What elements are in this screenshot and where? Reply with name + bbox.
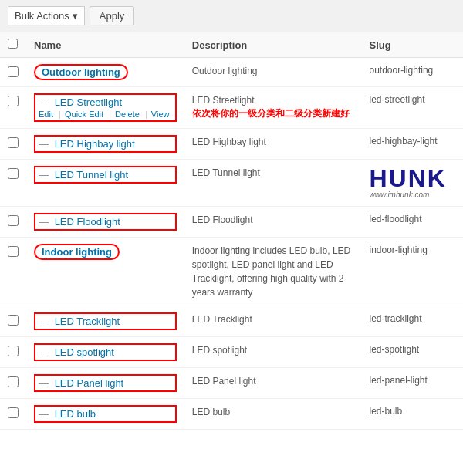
slug-cell: indoor-lighting [362,238,464,306]
table-row: — LED bulb LED bulb led-bulb [0,399,463,430]
outdoor-lighting-slug: outdoor-lighting [370,65,434,76]
led-bulb-link[interactable]: LED bulb [55,408,96,420]
indoor-lighting-slug: indoor-lighting [370,245,428,255]
row-checkbox-cell [0,337,26,368]
led-streetlight-box: — LED Streetlight Edit | Quick Edit | De… [34,93,177,122]
led-floodlight-slug: led-floodlight [370,214,422,224]
row-checkbox-cell [0,87,26,129]
outdoor-lighting-circle: Outdoor lighting [34,64,128,80]
table-row: — LED Tunnel light LED Tunnel light HUNK… [0,160,463,207]
slug-cell: led-bulb [362,399,464,430]
led-tracklight-slug: led-tracklight [370,313,422,324]
desc-cell: Outdoor lighting [184,58,362,87]
led-highbay-desc: LED Highbay light [192,137,266,147]
row-checkbox[interactable] [8,66,19,77]
table-row: Outdoor lighting Outdoor lighting outdoo… [0,58,463,87]
table-row: — LED Highbay light LED Highbay light le… [0,129,463,160]
indent-dash: — [39,216,49,228]
led-tunnel-box: — LED Tunnel light [34,166,177,184]
slug-cell: led-spotlight [362,337,464,368]
table-row: Indoor lighting Indoor lighting includes… [0,238,463,306]
name-cell: — LED Floodlight [26,207,184,238]
led-bulb-desc: LED bulb [192,407,230,417]
led-spotlight-desc: LED spotlight [192,345,247,356]
led-floodlight-box: — LED Floodlight [34,213,177,231]
annotation-text: 依次将你的一级分类和二级分类新建好 [192,108,350,119]
sep2: | [109,110,111,119]
led-streetlight-desc: LED Streetlight [192,95,255,106]
indoor-lighting-link[interactable]: Indoor lighting [42,246,112,258]
slug-cell: HUNK www.imhunk.com [362,160,464,207]
description-header: Description [184,32,362,58]
sep1: | [59,110,61,119]
table-row: — LED spotlight LED spotlight led-spotli… [0,337,463,368]
led-floodlight-desc: LED Floodlight [192,214,253,225]
row-checkbox-cell [0,58,26,87]
name-cell: — LED bulb [26,399,184,430]
row-checkbox[interactable] [8,168,19,179]
led-floodlight-link[interactable]: LED Floodlight [55,216,120,228]
slug-cell: led-floodlight [362,207,464,238]
slug-cell: led-highbay-light [362,129,464,160]
check-all-checkbox[interactable] [8,39,18,49]
row-actions: Edit | Quick Edit | Delete | View [39,110,172,119]
row-checkbox[interactable] [8,407,19,418]
led-spotlight-link[interactable]: LED spotlight [55,346,114,358]
indoor-lighting-desc: Indoor lighting includes LED bulb, LED s… [192,245,350,298]
desc-cell: LED Panel light [184,368,362,399]
led-streetlight-link[interactable]: LED Streetlight [55,96,122,108]
table-row: — LED Panel light LED Panel light led-pa… [0,368,463,399]
row-checkbox[interactable] [8,96,19,106]
name-cell: — LED spotlight [26,337,184,368]
sep3: | [145,110,147,119]
led-spotlight-box: — LED spotlight [34,343,177,361]
slug-header: Slug [362,32,464,58]
desc-cell: LED Floodlight [184,207,362,238]
row-checkbox[interactable] [8,137,19,148]
name-header: Name [26,32,184,58]
view-link[interactable]: View [151,110,170,119]
led-tracklight-desc: LED Tracklight [192,314,252,325]
desc-cell: Indoor lighting includes LED bulb, LED s… [184,238,362,306]
led-tracklight-link[interactable]: LED Tracklight [55,316,120,327]
row-checkbox[interactable] [8,215,19,226]
indent-dash: — [39,169,49,181]
outdoor-lighting-link[interactable]: Outdoor lighting [42,66,120,78]
apply-button[interactable]: Apply [90,6,135,25]
led-highbay-slug: led-highbay-light [370,136,438,147]
led-highbay-link[interactable]: LED Highbay light [55,138,135,150]
bulk-actions-label: Bulk Actions [15,10,69,22]
led-panel-link[interactable]: LED Panel light [55,377,124,389]
desc-cell: LED bulb [184,399,362,430]
row-checkbox[interactable] [8,315,19,326]
table-row: — LED Floodlight LED Floodlight led-floo… [0,207,463,238]
name-cell: — LED Tracklight [26,306,184,337]
outdoor-lighting-desc: Outdoor lighting [192,66,258,76]
desc-cell: LED Tracklight [184,306,362,337]
edit-link[interactable]: Edit [39,110,53,119]
led-tunnel-link[interactable]: LED Tunnel light [55,169,128,181]
row-checkbox[interactable] [8,246,19,257]
table-header-row: Name Description Slug [0,32,463,58]
slug-cell: led-tracklight [362,306,464,337]
indent-dash: — [39,138,49,150]
table-row: — LED Streetlight Edit | Quick Edit | De… [0,87,463,129]
quick-edit-link[interactable]: Quick Edit [65,110,103,119]
slug-cell: led-streetlight [362,87,464,129]
slug-cell: outdoor-lighting [362,58,464,87]
name-cell: — LED Highbay light [26,129,184,160]
delete-link[interactable]: Delete [115,110,140,119]
indent-dash: — [39,316,49,327]
row-checkbox-cell [0,207,26,238]
name-cell: Outdoor lighting [26,58,184,87]
row-checkbox[interactable] [8,376,19,387]
hunk-watermark: HUNK www.imhunk.com [370,166,447,199]
slug-cell: led-panel-light [362,368,464,399]
indent-dash: — [39,96,49,108]
row-checkbox-cell [0,238,26,306]
name-cell: Indoor lighting [26,238,184,306]
indent-dash: — [39,377,49,389]
row-checkbox[interactable] [8,346,19,356]
bulk-actions-select[interactable]: Bulk Actions ▾ [8,6,85,25]
led-tracklight-box: — LED Tracklight [34,312,177,330]
